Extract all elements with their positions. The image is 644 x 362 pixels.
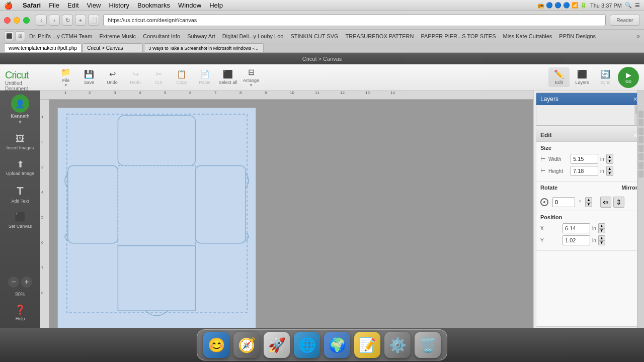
bookmark-missKate[interactable]: Miss Kate Cuttables: [500, 32, 555, 40]
zoom-in-button[interactable]: +: [21, 277, 32, 288]
sidebar-tool-set-canvas[interactable]: ⬛ Set Canvas: [4, 209, 37, 232]
dropdown-arrow-user[interactable]: ▼: [18, 119, 23, 125]
menu-search-icon[interactable]: 🔍: [625, 2, 632, 9]
width-input[interactable]: [571, 154, 598, 164]
bookmark-consultant[interactable]: Consultant Info: [140, 32, 183, 40]
y-decrement-button[interactable]: ▼: [598, 240, 605, 245]
eye-icon-7[interactable]: [638, 162, 643, 169]
layers-tab-button[interactable]: ⬛ Layers: [572, 67, 593, 87]
arrange-dropdown-arrow: ▼: [249, 83, 253, 87]
save-button[interactable]: 💾 Save: [78, 67, 100, 87]
sidebar-tool-upload-image[interactable]: ⬆ Upload Image: [4, 156, 37, 179]
menu-view[interactable]: View: [83, 1, 105, 10]
tab-cricut[interactable]: Cricut > Canvas: [83, 43, 143, 52]
cut-button[interactable]: ✂ Cut: [148, 67, 169, 87]
dock-compass[interactable]: 🧭: [233, 332, 260, 358]
dock-finder[interactable]: 😊: [203, 332, 229, 358]
dock-network[interactable]: 🌍: [324, 332, 350, 358]
width-decrement-button[interactable]: ▼: [606, 159, 613, 164]
menu-window[interactable]: Window: [174, 1, 205, 10]
canvas-viewport[interactable]: [49, 100, 533, 329]
paste-button[interactable]: 📄 Paste: [194, 67, 215, 87]
zoom-out-button[interactable]: −: [8, 277, 19, 288]
rotate-decrement-button[interactable]: ▼: [585, 202, 592, 207]
copy-button[interactable]: 📋 Copy: [171, 67, 192, 87]
canvas-page[interactable]: [57, 108, 256, 329]
grid-view-button[interactable]: ⊞: [15, 31, 25, 41]
mirror-vertical-button[interactable]: ⇕: [613, 197, 624, 208]
close-window-button[interactable]: [4, 17, 11, 24]
sidebar-tool-add-text[interactable]: T Add Text: [4, 182, 37, 207]
bookmark-stinkin[interactable]: STINKIN CUT SVG: [287, 32, 341, 40]
menu-list-icon[interactable]: ☰: [635, 2, 640, 9]
mirror-horizontal-button[interactable]: ⇔: [600, 197, 611, 208]
apple-menu[interactable]: 🍎: [4, 2, 13, 10]
rotate-input[interactable]: [552, 197, 575, 207]
sidebar-tool-insert-images[interactable]: 🖼 Insert Images: [4, 131, 37, 154]
bookmark-papper[interactable]: PAPPER PIER...S TOP SITES: [418, 32, 499, 40]
file-button[interactable]: 📁 File ▼: [55, 65, 76, 89]
eye-icon-5[interactable]: [638, 145, 643, 152]
menu-file[interactable]: File: [45, 1, 63, 10]
menu-help[interactable]: Help: [205, 1, 227, 10]
x-input[interactable]: [562, 223, 590, 233]
bookmarks-bar: ⬛ ⊞ Dr. Phil's ...y CTMH Team Extreme Mu…: [0, 29, 644, 42]
height-input[interactable]: [571, 166, 598, 176]
bookmark-extreme[interactable]: Extreme Music: [96, 32, 139, 40]
tab-wikihow[interactable]: 3 Ways to Take a Screenshot in Microsoft…: [144, 43, 264, 52]
menu-edit[interactable]: Edit: [63, 1, 83, 10]
go-button[interactable]: ▶ Go: [618, 67, 639, 88]
y-input[interactable]: [562, 235, 590, 245]
bookmarks-more[interactable]: »: [636, 33, 640, 40]
minimize-window-button[interactable]: [14, 17, 20, 24]
sidebar-tool-help[interactable]: ❓ Help: [4, 301, 37, 325]
width-increment-button[interactable]: ▲: [606, 154, 613, 159]
reload-button[interactable]: ↻: [62, 15, 73, 26]
tab-templatemaker[interactable]: www.templatemaker.nl/pdf.php: [4, 43, 82, 52]
bookmark-drphil[interactable]: Dr. Phil's ...y CTMH Team: [26, 32, 95, 40]
menu-history[interactable]: History: [105, 1, 133, 10]
sync-tab-label: Sync: [600, 80, 610, 85]
browser-toolbar: ‹ › ↻ + ⬜ https://us.cricut.com/design#/…: [0, 11, 644, 29]
dock-notes[interactable]: 📝: [354, 332, 380, 358]
avatar[interactable]: 👤: [11, 95, 29, 113]
eye-icon-2[interactable]: [638, 119, 643, 126]
bookmark-treasurebox[interactable]: TREASUREBOX PATTERN: [343, 32, 417, 40]
bookmark-ppbn[interactable]: PPBN Designs: [556, 32, 599, 40]
undo-button[interactable]: ↩ Undo: [102, 67, 123, 87]
rotate-dot[interactable]: [540, 198, 548, 206]
bookmark-subway[interactable]: Subway Art: [184, 32, 218, 40]
menu-safari[interactable]: Safari: [19, 1, 45, 10]
url-bar[interactable]: https://us.cricut.com/design#/canvas: [103, 14, 606, 26]
edit-tab-button[interactable]: ✏️ Edit: [548, 67, 570, 87]
eye-icon-1[interactable]: [638, 111, 643, 118]
maximize-window-button[interactable]: [23, 17, 30, 24]
sync-tab-button[interactable]: 🔄 Sync: [595, 67, 616, 87]
eye-icon-3[interactable]: [638, 128, 643, 135]
eye-icon-6[interactable]: [638, 153, 643, 160]
redo-button[interactable]: ↪ Redo: [125, 67, 146, 87]
reader-button[interactable]: Reader: [610, 15, 640, 26]
dock-system-prefs[interactable]: ⚙️: [384, 332, 411, 358]
dock-rocket[interactable]: 🚀: [264, 332, 290, 358]
sidebar-toggle[interactable]: ⬛: [4, 31, 14, 41]
forward-button[interactable]: ›: [49, 15, 60, 26]
height-decrement-button[interactable]: ▼: [606, 171, 613, 176]
height-increment-button[interactable]: ▲: [606, 166, 613, 171]
x-increment-button[interactable]: ▲: [598, 223, 605, 228]
menu-bookmarks[interactable]: Bookmarks: [133, 1, 174, 10]
height-lock-icon: ⊢: [540, 167, 545, 174]
eye-icon-8[interactable]: [638, 170, 643, 177]
dock-trash[interactable]: 🗑️: [415, 332, 441, 358]
eye-icon-4[interactable]: [638, 136, 643, 143]
select-all-button[interactable]: ⬛ Select all: [217, 67, 238, 87]
x-decrement-button[interactable]: ▼: [598, 228, 605, 233]
rotate-increment-button[interactable]: ▲: [585, 197, 592, 202]
share-button[interactable]: ⬜: [88, 15, 99, 26]
arrange-button[interactable]: ⊟ Arrange ▼: [240, 65, 262, 89]
back-button[interactable]: ‹: [36, 15, 47, 26]
dock-safari[interactable]: 🌐: [294, 332, 320, 358]
y-increment-button[interactable]: ▲: [598, 235, 605, 240]
add-tab-button[interactable]: +: [75, 15, 86, 26]
bookmark-digital[interactable]: Digital Deli...y Louby Loo: [219, 32, 287, 40]
